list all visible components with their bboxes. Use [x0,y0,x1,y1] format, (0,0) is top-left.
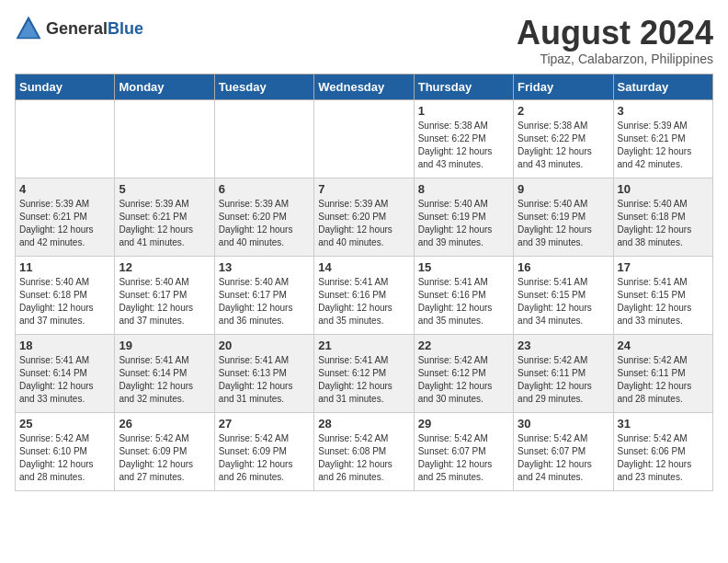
day-number: 3 [618,104,709,118]
day-number: 13 [219,260,310,274]
cell-info: Sunrise: 5:41 AM Sunset: 6:16 PM Dayligh… [318,276,409,327]
calendar-cell: 5Sunrise: 5:39 AM Sunset: 6:21 PM Daylig… [115,178,214,256]
calendar-cell [115,99,214,178]
cell-info: Sunrise: 5:39 AM Sunset: 6:21 PM Dayligh… [119,198,210,249]
cell-info: Sunrise: 5:41 AM Sunset: 6:15 PM Dayligh… [518,276,609,327]
calendar-cell: 12Sunrise: 5:40 AM Sunset: 6:17 PM Dayli… [115,256,214,334]
calendar-week-row: 1Sunrise: 5:38 AM Sunset: 6:22 PM Daylig… [16,99,713,178]
cell-info: Sunrise: 5:42 AM Sunset: 6:09 PM Dayligh… [119,432,210,484]
day-number: 31 [618,417,709,431]
title-block: August 2024 Tipaz, Calabarzon, Philippin… [517,15,713,66]
day-number: 29 [418,417,509,431]
day-number: 25 [19,417,110,431]
page-header: GeneralBlue August 2024 Tipaz, Calabarzo… [15,15,713,66]
cell-info: Sunrise: 5:42 AM Sunset: 6:12 PM Dayligh… [418,354,509,406]
cell-info: Sunrise: 5:41 AM Sunset: 6:15 PM Dayligh… [618,276,709,327]
cell-info: Sunrise: 5:40 AM Sunset: 6:17 PM Dayligh… [219,276,310,327]
cell-info: Sunrise: 5:42 AM Sunset: 6:10 PM Dayligh… [19,432,110,484]
day-number: 7 [318,182,409,196]
day-number: 15 [418,260,509,274]
cell-info: Sunrise: 5:40 AM Sunset: 6:18 PM Dayligh… [19,276,110,327]
cell-info: Sunrise: 5:42 AM Sunset: 6:09 PM Dayligh… [219,432,310,484]
calendar-cell: 22Sunrise: 5:42 AM Sunset: 6:12 PM Dayli… [414,334,513,412]
day-number: 9 [518,182,609,196]
calendar-cell: 15Sunrise: 5:41 AM Sunset: 6:16 PM Dayli… [414,256,513,334]
col-header-wednesday: Wednesday [314,74,414,99]
calendar-cell: 31Sunrise: 5:42 AM Sunset: 6:06 PM Dayli… [613,412,712,490]
cell-info: Sunrise: 5:38 AM Sunset: 6:22 PM Dayligh… [418,120,509,171]
calendar-week-row: 25Sunrise: 5:42 AM Sunset: 6:10 PM Dayli… [16,412,713,490]
cell-info: Sunrise: 5:40 AM Sunset: 6:19 PM Dayligh… [518,198,609,249]
logo-general: General [46,19,108,38]
day-number: 28 [318,417,409,431]
calendar-cell: 30Sunrise: 5:42 AM Sunset: 6:07 PM Dayli… [514,412,613,490]
cell-info: Sunrise: 5:40 AM Sunset: 6:18 PM Dayligh… [618,198,709,249]
cell-info: Sunrise: 5:39 AM Sunset: 6:20 PM Dayligh… [318,198,409,249]
day-number: 27 [219,417,310,431]
day-number: 1 [418,104,509,118]
calendar-week-row: 18Sunrise: 5:41 AM Sunset: 6:14 PM Dayli… [16,334,713,412]
day-number: 6 [219,182,310,196]
calendar-cell [314,99,414,178]
month-year-title: August 2024 [517,15,713,52]
cell-info: Sunrise: 5:41 AM Sunset: 6:14 PM Dayligh… [19,354,110,406]
calendar-cell: 7Sunrise: 5:39 AM Sunset: 6:20 PM Daylig… [314,178,414,256]
calendar-cell: 2Sunrise: 5:38 AM Sunset: 6:22 PM Daylig… [514,99,613,178]
calendar-cell: 26Sunrise: 5:42 AM Sunset: 6:09 PM Dayli… [115,412,214,490]
calendar-cell: 10Sunrise: 5:40 AM Sunset: 6:18 PM Dayli… [613,178,712,256]
day-number: 12 [119,260,210,274]
calendar-cell: 1Sunrise: 5:38 AM Sunset: 6:22 PM Daylig… [414,99,513,178]
day-number: 5 [119,182,210,196]
col-header-friday: Friday [514,74,613,99]
generalblue-icon [15,15,42,42]
calendar-cell: 9Sunrise: 5:40 AM Sunset: 6:19 PM Daylig… [514,178,613,256]
calendar-cell: 24Sunrise: 5:42 AM Sunset: 6:11 PM Dayli… [613,334,712,412]
cell-info: Sunrise: 5:42 AM Sunset: 6:07 PM Dayligh… [518,432,609,484]
cell-info: Sunrise: 5:39 AM Sunset: 6:20 PM Dayligh… [219,198,310,249]
cell-info: Sunrise: 5:39 AM Sunset: 6:21 PM Dayligh… [19,198,110,249]
cell-info: Sunrise: 5:40 AM Sunset: 6:17 PM Dayligh… [119,276,210,327]
calendar-cell: 28Sunrise: 5:42 AM Sunset: 6:08 PM Dayli… [314,412,414,490]
calendar-cell: 13Sunrise: 5:40 AM Sunset: 6:17 PM Dayli… [214,256,313,334]
day-number: 24 [618,339,709,352]
day-number: 23 [518,339,609,352]
day-number: 8 [418,182,509,196]
calendar-cell: 21Sunrise: 5:41 AM Sunset: 6:12 PM Dayli… [314,334,414,412]
logo: GeneralBlue [15,15,143,42]
day-number: 11 [19,260,110,274]
calendar-cell: 6Sunrise: 5:39 AM Sunset: 6:20 PM Daylig… [214,178,313,256]
calendar-cell: 25Sunrise: 5:42 AM Sunset: 6:10 PM Dayli… [16,412,115,490]
day-number: 18 [19,339,110,352]
day-number: 22 [418,339,509,352]
calendar-table: SundayMondayTuesdayWednesdayThursdayFrid… [15,74,713,491]
cell-info: Sunrise: 5:41 AM Sunset: 6:16 PM Dayligh… [418,276,509,327]
calendar-week-row: 4Sunrise: 5:39 AM Sunset: 6:21 PM Daylig… [16,178,713,256]
col-header-thursday: Thursday [414,74,513,99]
calendar-cell: 3Sunrise: 5:39 AM Sunset: 6:21 PM Daylig… [613,99,712,178]
day-number: 30 [518,417,609,431]
calendar-cell: 29Sunrise: 5:42 AM Sunset: 6:07 PM Dayli… [414,412,513,490]
day-number: 19 [119,339,210,352]
cell-info: Sunrise: 5:42 AM Sunset: 6:11 PM Dayligh… [618,354,709,406]
cell-info: Sunrise: 5:42 AM Sunset: 6:08 PM Dayligh… [318,432,409,484]
day-number: 16 [518,260,609,274]
col-header-monday: Monday [115,74,214,99]
calendar-cell: 20Sunrise: 5:41 AM Sunset: 6:13 PM Dayli… [214,334,313,412]
day-number: 21 [318,339,409,352]
cell-info: Sunrise: 5:41 AM Sunset: 6:14 PM Dayligh… [119,354,210,406]
calendar-cell: 16Sunrise: 5:41 AM Sunset: 6:15 PM Dayli… [514,256,613,334]
cell-info: Sunrise: 5:41 AM Sunset: 6:13 PM Dayligh… [219,354,310,406]
calendar-cell: 27Sunrise: 5:42 AM Sunset: 6:09 PM Dayli… [214,412,313,490]
day-number: 10 [618,182,709,196]
cell-info: Sunrise: 5:42 AM Sunset: 6:07 PM Dayligh… [418,432,509,484]
cell-info: Sunrise: 5:41 AM Sunset: 6:12 PM Dayligh… [318,354,409,406]
cell-info: Sunrise: 5:42 AM Sunset: 6:06 PM Dayligh… [618,432,709,484]
cell-info: Sunrise: 5:39 AM Sunset: 6:21 PM Dayligh… [618,120,709,171]
day-number: 20 [219,339,310,352]
calendar-cell: 11Sunrise: 5:40 AM Sunset: 6:18 PM Dayli… [16,256,115,334]
day-number: 2 [518,104,609,118]
cell-info: Sunrise: 5:42 AM Sunset: 6:11 PM Dayligh… [518,354,609,406]
day-number: 26 [119,417,210,431]
cell-info: Sunrise: 5:40 AM Sunset: 6:19 PM Dayligh… [418,198,509,249]
col-header-saturday: Saturday [613,74,712,99]
